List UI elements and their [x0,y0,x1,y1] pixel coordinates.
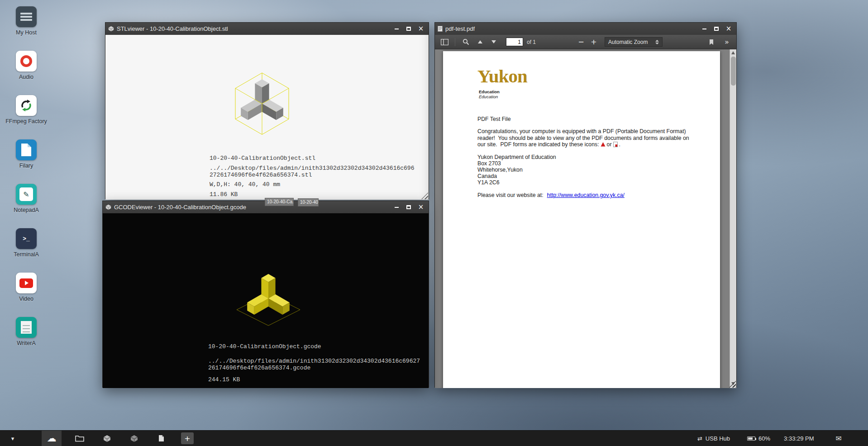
pdf-app-icon [438,26,443,32]
stl-filename: 10-20-40-CalibrationObject.stl [210,155,414,162]
page-count-label: of 1 [527,39,536,45]
envelope-icon[interactable]: ✉ [836,434,842,443]
pdf-doc-heading: PDF Test File [477,116,511,122]
address-line: Whitehorse,Yukon [477,167,556,173]
battery-icon [747,436,755,441]
desktop-icon-label: Audio [19,74,33,80]
writer-icon [16,317,37,338]
stl-dimensions: W,D,H: 40, 40, 40 mm [210,182,414,188]
notepad-icon: ✎ [16,184,37,205]
minimize-icon[interactable] [391,203,401,211]
terminal-icon: >_ [16,228,37,249]
zoom-select-value: Automatic Zoom [608,39,655,45]
stl-info-panel: 10-20-40-CalibrationObject.stl ../../Des… [210,155,414,198]
acrobat-pdf-icon [601,142,606,149]
website-link[interactable]: http://www.education.gov.yk.ca/ [547,192,625,198]
stl-3d-model [227,64,297,144]
desktop-icon-label: Video [19,296,33,302]
paragraph-or: or [607,141,612,148]
ghost-tab: 10-20-40-Ca. [265,198,294,206]
desktop-icon-label: WriterA [17,340,35,346]
yukon-logo: Yukon [477,67,527,86]
search-icon[interactable] [460,37,472,48]
close-icon[interactable]: × [416,24,426,33]
pdf-address-block: Yukon Department of Education Box 2703 W… [477,154,556,186]
taskbar-cloud-button[interactable]: ☁ [42,431,62,446]
close-icon[interactable]: × [724,24,734,33]
gcode-3d-model [231,257,305,336]
toolbar-more-icon[interactable]: » [721,37,733,48]
page-number-input[interactable] [506,38,523,46]
stl-window-titlebar[interactable]: STLviewer - 10-20-40-CalibrationObject.s… [105,23,429,35]
pdf-doc-paragraph: Congratulations, your computer is equipp… [477,128,690,149]
taskbar-clock[interactable]: 3:33:29 PM [784,435,814,442]
close-icon[interactable]: × [416,203,426,211]
usb-hub-label: USB Hub [706,435,730,442]
pdf-viewer-window: pdf-test.pdf × of 1 − + Automat [434,22,737,388]
desktop-icon-notepada[interactable]: ✎ NotepadA [5,182,48,226]
desktop-icon-terminala[interactable]: >_ TerminalA [5,226,48,271]
previous-page-icon[interactable] [474,37,486,48]
maximize-icon[interactable] [404,203,414,211]
taskbar-add-button[interactable]: + [181,432,194,444]
gcode-window-title: GCODEviewer - 10-20-40-CalibrationObject… [114,204,389,211]
logo-subtitle-fr: Éducation [479,94,498,99]
taskbar-gcodeviewer-button[interactable] [124,431,144,446]
desktop-icon-audio[interactable]: Audio [5,49,48,93]
desktop-icon-filary[interactable]: Filary [5,138,48,182]
zoom-out-icon[interactable]: − [576,38,587,46]
desktop-icon-my-host[interactable]: My Host [5,5,48,49]
address-line: Box 2703 [477,160,556,167]
bookmark-icon[interactable] [706,37,717,48]
select-arrows-icon [655,40,659,44]
sidebar-toggle-icon[interactable] [439,37,450,48]
pdf-form-icon [613,142,618,149]
taskbar-folder-button[interactable] [70,431,90,446]
resize-grip[interactable] [421,192,428,199]
taskbar-pdf-button[interactable] [151,431,171,446]
gcode-filesize: 244.15 KB [208,377,420,383]
desktop-icon-writera[interactable]: WriterA [5,315,48,360]
desktop-icon-label: TerminalA [14,251,39,258]
pdf-content-area: Yukon Education Éducation PDF Test File … [435,49,736,388]
next-page-icon[interactable] [488,37,500,48]
scroll-up-icon[interactable] [731,51,735,54]
minimize-icon[interactable] [391,24,401,33]
usb-hub-status[interactable]: ⇄ USB Hub [697,435,730,442]
desktop-icon-label: FFmpeg Factory [5,118,47,125]
website-label: Please visit our website at: [477,192,544,198]
desktop-icon-video[interactable]: Video [5,271,48,315]
maximize-icon[interactable] [711,24,721,33]
pdf-toolbar: of 1 − + Automatic Zoom » [435,35,736,49]
gcode-info-panel: 10-20-40-CalibrationObject.gcode ../../D… [208,344,420,383]
pdf-window-titlebar[interactable]: pdf-test.pdf × [435,23,736,35]
chevron-down-icon[interactable]: ▾ [7,435,18,442]
stl-filepath-line2: 2726174696f6e4f626a656374.stl [210,172,414,178]
scrollbar-thumb[interactable] [731,57,736,86]
battery-status[interactable]: 60% [747,435,770,442]
paragraph-line3: our site. PDF forms are indicated by the… [477,141,599,148]
pdf-window-title: pdf-test.pdf [445,25,696,32]
stl-filepath-line1: ../../Desktop/files/admin/inith31302d323… [210,165,414,172]
taskbar-stlviewer-button[interactable] [97,431,117,446]
desktop-icon-ffmpeg-factory[interactable]: FFmpeg Factory [5,93,48,138]
maximize-icon[interactable] [404,24,414,33]
paragraph-line2: reader! You should be able to view any o… [477,135,689,141]
desktop-icon-label: My Host [16,29,37,36]
toolbar-separator [455,38,455,46]
stl-viewer-window: STLviewer - 10-20-40-CalibrationObject.s… [105,22,429,199]
minimize-icon[interactable] [699,24,709,33]
pdf-scrollbar[interactable] [730,49,736,388]
host-icon [16,6,37,27]
stl-3d-viewport[interactable]: 10-20-40-CalibrationObject.stl ../../Des… [105,35,429,200]
zoom-select[interactable]: Automatic Zoom [605,37,663,47]
gcode-3d-viewport[interactable]: 10-20-40-CalibrationObject.gcode ../../D… [103,213,429,388]
gcode-viewer-window: GCODEviewer - 10-20-40-CalibrationObject… [102,201,429,388]
desktop-icon-column: My Host Audio FFmpeg Factory Filary ✎ No… [5,5,48,360]
zoom-in-icon[interactable]: + [588,38,599,46]
gcode-app-icon [130,435,138,442]
stl-filesize: 11.86 KB [210,192,414,198]
pencil-icon: ✎ [19,187,33,201]
audio-icon [16,51,37,72]
stl-app-icon [103,435,111,442]
